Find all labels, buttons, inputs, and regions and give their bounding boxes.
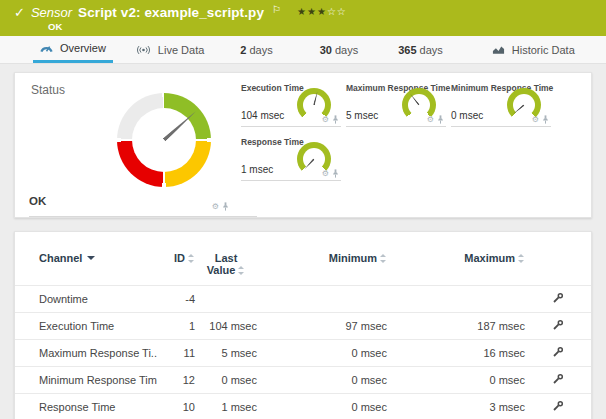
- star-icon[interactable]: ★: [297, 6, 307, 17]
- channel-last-value: [195, 286, 257, 313]
- column-header-last-value[interactable]: Last Value: [195, 242, 257, 286]
- channel-minimum: 97 msec: [257, 313, 387, 340]
- sensor-title: Script v2: example_script.py: [78, 5, 264, 20]
- channel-minimum: 0 msec: [257, 367, 387, 394]
- channel-id: 12: [157, 367, 195, 394]
- tab-historic-data[interactable]: Historic Data: [485, 36, 582, 63]
- channel-settings-icon[interactable]: [552, 319, 564, 333]
- sensor-type-label: Sensor: [31, 5, 72, 20]
- channel-name[interactable]: Downtime: [15, 286, 157, 313]
- chart-icon: [492, 45, 505, 55]
- column-header-channel[interactable]: Channel: [15, 242, 157, 286]
- star-icon[interactable]: ★: [317, 6, 327, 17]
- gauge-value: 0 msec: [451, 110, 483, 121]
- sort-icon[interactable]: [380, 254, 387, 263]
- status-check-icon: ✓: [14, 6, 25, 20]
- channel-id: 11: [157, 340, 195, 367]
- channel-id: 10: [157, 394, 195, 419]
- gear-icon[interactable]: ⚙: [322, 170, 329, 178]
- table-row[interactable]: Minimum Response Time 12 0 msec 0 msec 0…: [15, 367, 591, 394]
- gear-icon[interactable]: ⚙: [427, 116, 434, 124]
- channel-settings-icon[interactable]: [552, 373, 564, 387]
- channel-name[interactable]: Maximum Response Ti...: [15, 340, 157, 367]
- channel-minimum: 0 msec: [257, 340, 387, 367]
- status-footer: OK ⚙: [29, 191, 257, 217]
- tab-overview[interactable]: Overview: [33, 36, 113, 63]
- gauge-card-minimum-response-time: Minimum Response Time 0 msec ⚙: [451, 81, 551, 127]
- gear-icon[interactable]: ⚙: [322, 116, 329, 124]
- table-header-row: Channel ID Last Value Minimum Maximum: [15, 242, 591, 286]
- channel-settings-icon[interactable]: [552, 346, 564, 360]
- tab-label: Live Data: [158, 44, 204, 56]
- gear-icon[interactable]: ⚙: [212, 203, 219, 211]
- star-icon[interactable]: ★: [307, 6, 317, 17]
- pin-icon[interactable]: [332, 115, 339, 124]
- status-footer-text: OK: [29, 195, 46, 207]
- channel-maximum: 187 msec: [387, 313, 525, 340]
- tab-365-days[interactable]: 365days: [391, 36, 450, 63]
- tab-label: days: [420, 44, 443, 56]
- channel-name[interactable]: Minimum Response Time: [15, 367, 157, 394]
- gauge-title: Response Time: [241, 137, 304, 147]
- status-donut-gauge: [117, 93, 211, 187]
- channel-maximum: 16 msec: [387, 340, 525, 367]
- gear-icon[interactable]: ⚙: [532, 116, 539, 124]
- channel-minimum: [257, 286, 387, 313]
- column-header-maximum[interactable]: Maximum: [387, 242, 525, 286]
- priority-stars[interactable]: ★★★☆☆: [297, 6, 347, 17]
- sensor-header: ✓ Sensor Script v2: example_script.py ⚐ …: [0, 0, 606, 36]
- tab-2-days[interactable]: 2days: [233, 36, 279, 63]
- channel-name[interactable]: Execution Time: [15, 313, 157, 340]
- priority-flag-icon[interactable]: ⚐: [272, 4, 281, 15]
- tab-30-days[interactable]: 30days: [313, 36, 366, 63]
- channel-minimum: 0 msec: [257, 394, 387, 419]
- pin-icon[interactable]: [542, 115, 549, 124]
- pin-icon[interactable]: [332, 169, 339, 178]
- sort-caret-icon: [87, 256, 95, 260]
- sort-icon[interactable]: [238, 266, 245, 275]
- channel-settings-icon[interactable]: [552, 292, 564, 306]
- table-row[interactable]: Execution Time 1 104 msec 97 msec 187 ms…: [15, 313, 591, 340]
- table-row[interactable]: Downtime -4: [15, 286, 591, 313]
- sensor-status-text: OK: [48, 21, 596, 32]
- gauge-card-execution-time: Execution Time 104 msec ⚙: [241, 81, 341, 127]
- tab-label: Overview: [60, 42, 106, 54]
- sort-icon[interactable]: [188, 254, 195, 263]
- gauge-value: 104 msec: [241, 110, 284, 121]
- channel-table-panel: Channel ID Last Value Minimum Maximum Do…: [14, 231, 592, 419]
- gauge-value: 5 msec: [346, 110, 378, 121]
- channel-name[interactable]: Response Time: [15, 394, 157, 419]
- channel-last-value: 1 msec: [195, 394, 257, 419]
- channel-last-value: 0 msec: [195, 367, 257, 394]
- sort-icon[interactable]: [518, 254, 525, 263]
- tab-label: days: [335, 44, 358, 56]
- pin-icon[interactable]: [222, 202, 229, 211]
- channel-id: -4: [157, 286, 195, 313]
- channel-last-value: 5 msec: [195, 340, 257, 367]
- channel-id: 1: [157, 313, 195, 340]
- status-panel: Status Execution Time 104 msec ⚙ Maximum…: [14, 72, 592, 218]
- tab-bar: Overview Live Data 2days 30days 365days …: [0, 36, 606, 64]
- star-icon[interactable]: ☆: [337, 6, 347, 17]
- column-header-id[interactable]: ID: [157, 242, 195, 286]
- table-row[interactable]: Response Time 10 1 msec 0 msec 3 msec: [15, 394, 591, 419]
- tab-label: days: [249, 44, 272, 56]
- gauge-card-response-time: Response Time 1 msec ⚙: [241, 135, 341, 181]
- column-header-minimum[interactable]: Minimum: [257, 242, 387, 286]
- column-header-settings: [525, 242, 591, 286]
- channel-maximum: [387, 286, 525, 313]
- gauge-value: 1 msec: [241, 164, 273, 175]
- channel-table: Channel ID Last Value Minimum Maximum Do…: [15, 242, 591, 419]
- channel-maximum: 3 msec: [387, 394, 525, 419]
- gauge-icon: [40, 43, 53, 53]
- tab-live-data[interactable]: Live Data: [129, 36, 211, 63]
- table-row[interactable]: Maximum Response Ti... 11 5 msec 0 msec …: [15, 340, 591, 367]
- tab-label: Historic Data: [512, 44, 575, 56]
- star-icon[interactable]: ☆: [327, 6, 337, 17]
- gauge-title: Execution Time: [241, 83, 304, 93]
- channel-settings-icon[interactable]: [552, 400, 564, 414]
- status-panel-title: Status: [31, 83, 65, 97]
- pin-icon[interactable]: [437, 115, 444, 124]
- channel-maximum: 0 msec: [387, 367, 525, 394]
- broadcast-icon: [136, 45, 151, 55]
